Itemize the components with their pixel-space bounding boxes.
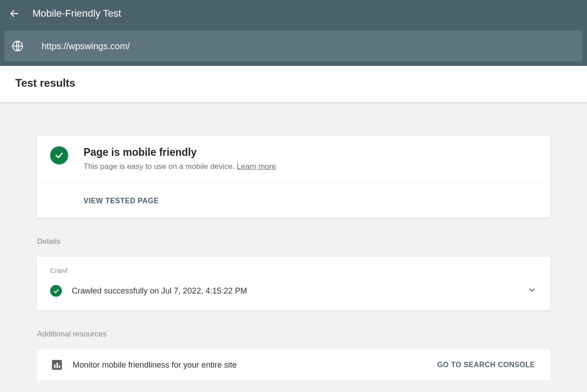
- page-title: Mobile-Friendly Test: [33, 8, 121, 19]
- resources-card: Monitor mobile friendliness for your ent…: [36, 349, 551, 381]
- crawl-status-text: Crawled successfully on Jul 7, 2022, 4:1…: [72, 286, 527, 296]
- tab-header: Test results: [0, 66, 587, 103]
- url-input-bar[interactable]: https://wpswings.com/: [5, 31, 582, 61]
- result-card: Page is mobile friendly This page is eas…: [36, 135, 551, 218]
- learn-more-link[interactable]: Learn more: [237, 162, 276, 171]
- view-tested-page-button[interactable]: VIEW TESTED PAGE: [84, 197, 159, 205]
- header-bar: Mobile-Friendly Test: [0, 0, 587, 27]
- check-circle-icon: [50, 285, 62, 297]
- tab-title: Test results: [15, 77, 573, 89]
- result-title: Page is mobile friendly: [84, 146, 276, 159]
- details-card: Crawl Crawled successfully on Jul 7, 202…: [36, 256, 551, 311]
- result-summary: Page is mobile friendly This page is eas…: [37, 135, 550, 184]
- resources-description: Monitor mobile friendliness for your ent…: [73, 360, 437, 370]
- tested-url: https://wpswings.com/: [42, 41, 130, 51]
- globe-icon: [12, 40, 23, 52]
- check-circle-icon: [50, 146, 68, 164]
- resources-section-label: Additional resources: [37, 330, 551, 339]
- back-arrow-icon[interactable]: [5, 5, 23, 23]
- main-content: Page is mobile friendly This page is eas…: [36, 103, 551, 381]
- crawl-row[interactable]: Crawled successfully on Jul 7, 2022, 4:1…: [50, 285, 537, 297]
- result-actions: VIEW TESTED PAGE: [37, 184, 550, 218]
- chevron-down-icon[interactable]: [527, 285, 537, 297]
- details-section-label: Details: [37, 237, 551, 246]
- go-to-search-console-button[interactable]: GO TO SEARCH CONSOLE: [437, 361, 535, 369]
- crawl-label: Crawl: [50, 266, 537, 274]
- result-description: This page is easy to use on a mobile dev…: [84, 162, 276, 171]
- bar-chart-icon: [52, 360, 62, 370]
- app-header: Mobile-Friendly Test https://wpswings.co…: [0, 0, 587, 66]
